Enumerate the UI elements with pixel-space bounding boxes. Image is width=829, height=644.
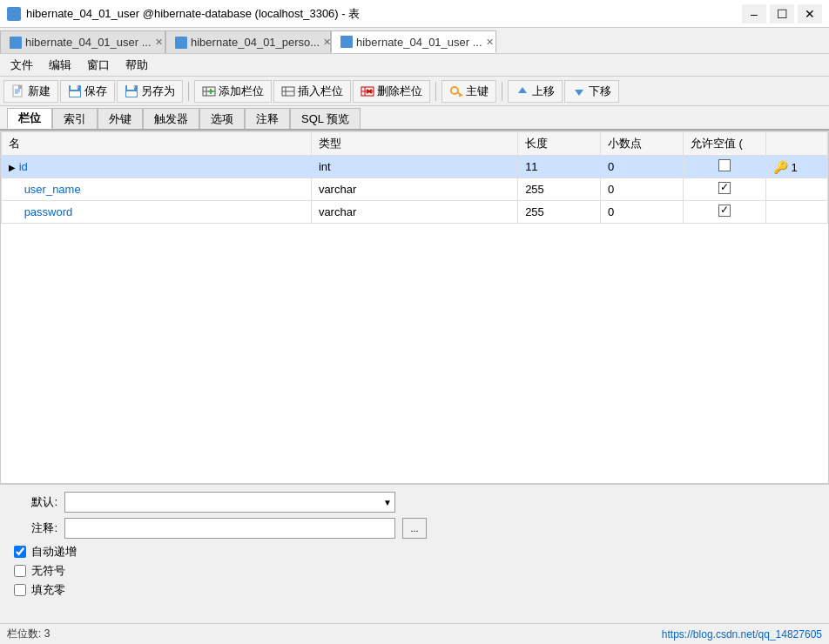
- menu-edit[interactable]: 编辑: [42, 56, 78, 75]
- field-name-id[interactable]: id: [19, 160, 28, 173]
- table-row[interactable]: ▶ id int 11 0 🔑 1: [2, 156, 828, 178]
- save-as-icon: [125, 84, 138, 98]
- save-as-button[interactable]: 另存为: [117, 80, 183, 103]
- inner-tab-fk[interactable]: 外键: [98, 108, 143, 129]
- menu-window[interactable]: 窗口: [80, 56, 117, 75]
- field-decimal-username: 0: [601, 178, 684, 201]
- inner-tab-comment[interactable]: 注释: [245, 108, 290, 129]
- tab-label-2: hibernate_04_01_perso...: [191, 36, 320, 49]
- insert-col-button[interactable]: 插入栏位: [273, 80, 351, 103]
- default-select[interactable]: [64, 492, 395, 513]
- inner-tab-indexes[interactable]: 索引: [52, 108, 98, 129]
- delete-col-icon: [361, 84, 374, 98]
- comment-input[interactable]: [64, 518, 395, 539]
- inner-tab-indexes-label: 索引: [64, 111, 86, 127]
- menu-help[interactable]: 帮助: [118, 56, 155, 75]
- field-name-password[interactable]: password: [24, 205, 73, 218]
- field-length-id: 11: [518, 156, 601, 178]
- insert-col-icon: [281, 84, 295, 98]
- table-row[interactable]: password varchar 255 0: [2, 201, 828, 224]
- inner-tab-options-label: 选项: [211, 111, 233, 127]
- svg-rect-12: [133, 85, 135, 88]
- columns-table: 名 类型 长度 小数点 允许空值 (: [1, 131, 828, 224]
- field-type-password: varchar: [311, 201, 517, 224]
- field-type-username: varchar: [311, 178, 517, 201]
- row-name-username: user_name: [2, 178, 312, 201]
- add-col-icon: [202, 84, 216, 98]
- window-title: hibernate_04_01_user @hibernate-database…: [26, 6, 360, 22]
- auto-increment-row: 自动递增: [14, 544, 815, 560]
- inner-tab-columns[interactable]: 栏位: [7, 108, 52, 129]
- inner-tab-columns-label: 栏位: [18, 111, 41, 126]
- move-down-button[interactable]: 下移: [564, 80, 619, 103]
- auto-increment-label[interactable]: 自动递增: [31, 544, 77, 560]
- nullable-checkbox-username: [718, 182, 731, 194]
- tab-icon-1: [10, 37, 22, 49]
- tab-close-3[interactable]: ✕: [486, 37, 494, 48]
- save-label: 保存: [84, 84, 107, 99]
- tab-2[interactable]: hibernate_04_01_perso... ✕: [165, 30, 331, 53]
- comment-ellipsis-button[interactable]: ...: [402, 518, 427, 539]
- delete-col-label: 删除栏位: [377, 84, 422, 99]
- inner-tabs: 栏位 索引 外键 触发器 选项 注释 SQL 预览: [0, 106, 829, 131]
- svg-marker-30: [518, 87, 527, 93]
- unsigned-label[interactable]: 无符号: [31, 563, 65, 579]
- col-header-type: 类型: [311, 132, 517, 156]
- tab-icon-3: [340, 36, 353, 48]
- auto-increment-checkbox[interactable]: [14, 546, 26, 558]
- table-scroll[interactable]: 名 类型 长度 小数点 允许空值 (: [1, 131, 828, 483]
- new-label: 新建: [28, 84, 51, 99]
- add-col-button[interactable]: 添加栏位: [194, 80, 272, 103]
- inner-tab-triggers-label: 触发器: [154, 111, 188, 127]
- menu-file[interactable]: 文件: [3, 56, 40, 75]
- delete-col-button[interactable]: 删除栏位: [353, 80, 430, 103]
- comment-row: 注释: ...: [14, 518, 815, 539]
- move-up-button[interactable]: 上移: [508, 80, 563, 103]
- tab-close-1[interactable]: ✕: [155, 37, 163, 48]
- primary-key-button[interactable]: 主键: [441, 80, 496, 103]
- toolbar-sep-3: [502, 82, 502, 101]
- toolbar: 新建 保存 另存为 添加栏位 插入栏位 删除栏位 主键: [0, 77, 829, 106]
- insert-col-label: 插入栏位: [298, 84, 343, 99]
- col-header-length: 长度: [518, 132, 601, 156]
- inner-tab-comment-label: 注释: [256, 111, 279, 127]
- menu-bar: 文件 编辑 窗口 帮助: [0, 54, 829, 77]
- close-button[interactable]: ✕: [798, 4, 822, 23]
- nullable-checkbox-id: [718, 159, 731, 171]
- move-down-label: 下移: [589, 84, 611, 99]
- unsigned-checkbox[interactable]: [14, 565, 26, 577]
- tab-1[interactable]: hibernate_04_01_user ... ✕: [0, 30, 165, 53]
- inner-tab-fk-label: 外键: [109, 111, 131, 127]
- svg-rect-13: [126, 91, 137, 97]
- svg-rect-11: [127, 85, 134, 90]
- save-button[interactable]: 保存: [60, 80, 115, 103]
- default-label: 默认:: [14, 494, 57, 510]
- inner-tab-triggers[interactable]: 触发器: [143, 108, 199, 129]
- save-as-label: 另存为: [141, 84, 175, 99]
- maximize-button[interactable]: ☐: [770, 4, 794, 23]
- zero-fill-checkbox[interactable]: [14, 584, 26, 596]
- key-num: 1: [791, 161, 797, 174]
- col-header-nullable: 允许空值 (: [683, 132, 765, 156]
- minimize-button[interactable]: –: [742, 4, 766, 23]
- field-extra-password: [765, 201, 827, 224]
- default-row: 默认: ▼: [14, 492, 815, 513]
- svg-rect-8: [77, 85, 78, 88]
- new-button[interactable]: 新建: [3, 80, 58, 103]
- table-row[interactable]: user_name varchar 255 0: [2, 178, 828, 201]
- status-bar: 栏位数: 3 https://blog.csdn.net/qq_14827605: [0, 623, 829, 644]
- field-name-username[interactable]: user_name: [24, 183, 81, 196]
- inner-tab-options[interactable]: 选项: [199, 108, 245, 129]
- zero-fill-row: 填充零: [14, 582, 815, 598]
- inner-tab-sql-label: SQL 预览: [301, 111, 349, 127]
- tab-close-2[interactable]: ✕: [323, 37, 331, 48]
- bottom-panel: 默认: ▼ 注释: ... 自动递增 无符号 填充零: [0, 484, 829, 623]
- tab-3[interactable]: hibernate_04_01_user ... ✕: [331, 30, 496, 53]
- inner-tab-sql[interactable]: SQL 预览: [290, 108, 361, 129]
- title-bar: hibernate_04_01_user @hibernate-database…: [0, 0, 829, 28]
- column-count: 栏位数: 3: [7, 627, 50, 641]
- nullable-checkbox-password: [718, 205, 731, 217]
- toolbar-sep-2: [435, 82, 436, 101]
- zero-fill-label[interactable]: 填充零: [31, 582, 65, 598]
- svg-rect-9: [70, 91, 80, 97]
